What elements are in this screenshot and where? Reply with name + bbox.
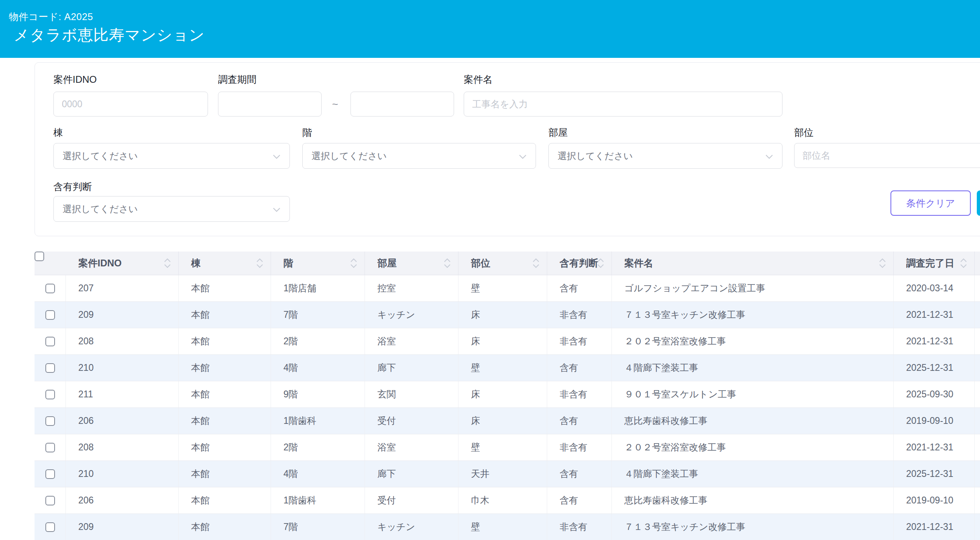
table-cell: 本館 (179, 275, 271, 301)
case-name-input[interactable] (464, 92, 782, 117)
clipped-cell (975, 302, 980, 328)
table-cell: 2階 (271, 434, 365, 460)
column-header-2[interactable]: 棟 (179, 252, 271, 275)
sort-icons[interactable] (597, 258, 604, 268)
building-select[interactable]: 選択してください (53, 143, 290, 169)
column-header-label: 部位 (471, 257, 490, 270)
clipped-cell (975, 328, 980, 354)
table-cell: 2021-12-31 (894, 328, 975, 354)
survey-period-from-input[interactable] (218, 92, 322, 117)
table-cell: 非含有 (547, 328, 612, 354)
app-header: 物件コード: A2025 メタラボ恵比寿マンション (0, 0, 980, 58)
table-cell: 受付 (365, 487, 458, 513)
row-checkbox[interactable] (45, 416, 55, 426)
table-cell: 非含有 (547, 302, 612, 328)
table-cell: 210 (66, 355, 179, 381)
row-checkbox[interactable] (45, 522, 55, 532)
clear-conditions-button[interactable]: 条件クリア (890, 190, 971, 216)
column-header-5[interactable]: 部位 (458, 252, 547, 275)
table-cell: 2019-09-10 (894, 408, 975, 434)
sort-icons[interactable] (164, 258, 171, 268)
row-checkbox[interactable] (45, 469, 55, 479)
table-cell: 本館 (179, 302, 271, 328)
table-row: 206本館1階歯科受付床含有恵比寿歯科改修工事2019-09-10 (35, 408, 980, 434)
column-header-8[interactable]: 調査完了日 (894, 252, 975, 275)
sort-asc-icon (879, 258, 886, 263)
row-checkbox[interactable] (45, 363, 55, 373)
sort-icons[interactable] (256, 258, 263, 268)
row-checkbox[interactable] (45, 443, 55, 452)
row-checkbox-cell (35, 461, 66, 487)
floor-label: 階 (302, 126, 312, 139)
sort-asc-icon (960, 258, 967, 263)
table-row: 210本館4階廊下壁含有４階廊下塗装工事2025-12-31 (35, 355, 980, 381)
clipped-cell (975, 275, 980, 301)
search-button-clipped[interactable] (977, 190, 980, 216)
table-cell: 本館 (179, 355, 271, 381)
table-cell: 本館 (179, 461, 271, 487)
table-cell: 天井 (458, 461, 547, 487)
table-cell: 含有 (547, 355, 612, 381)
clipped-column-header (975, 252, 980, 275)
room-label: 部屋 (548, 126, 568, 139)
sort-icons[interactable] (960, 258, 967, 268)
table-cell: ２０２号室浴室改修工事 (612, 434, 894, 460)
table-cell: 非含有 (547, 514, 612, 540)
sort-asc-icon (532, 258, 540, 263)
column-header-3[interactable]: 階 (271, 252, 365, 275)
table-cell: 206 (66, 408, 179, 434)
row-checkbox[interactable] (45, 390, 55, 399)
column-header-1[interactable]: 案件IDNO (66, 252, 179, 275)
sort-asc-icon (597, 258, 604, 263)
table-cell: 巾木 (458, 487, 547, 513)
row-checkbox[interactable] (45, 496, 55, 505)
column-header-6[interactable]: 含有判断 (547, 252, 612, 275)
sort-icons[interactable] (350, 258, 357, 268)
room-select[interactable]: 選択してください (548, 143, 782, 169)
table-cell: ４階廊下塗装工事 (612, 461, 894, 487)
table-cell: 含有 (547, 461, 612, 487)
survey-period-to-input[interactable] (350, 92, 454, 117)
table-cell: 控室 (365, 275, 458, 301)
column-header-7[interactable]: 案件名 (612, 252, 894, 275)
table-cell: 4階 (271, 355, 365, 381)
case-id-input[interactable] (53, 92, 208, 117)
table-cell: 浴室 (365, 328, 458, 354)
chevron-down-icon (273, 151, 281, 162)
chevron-down-icon (519, 151, 527, 162)
sort-icons[interactable] (532, 258, 540, 268)
table-cell: ゴルフショップエアコン設置工事 (612, 275, 894, 301)
row-checkbox-cell (35, 434, 66, 460)
floor-select[interactable]: 選択してください (302, 143, 536, 169)
building-label: 棟 (53, 126, 63, 139)
containment-select[interactable]: 選択してください (53, 196, 290, 222)
table-cell: 9階 (271, 381, 365, 407)
sort-asc-icon (256, 258, 263, 263)
sort-icons[interactable] (879, 258, 886, 268)
table-cell: 208 (66, 434, 179, 460)
row-checkbox-cell (35, 355, 66, 381)
table-header-row: 案件IDNO棟階部屋部位含有判断案件名調査完了日 (35, 252, 980, 275)
table-cell: 本館 (179, 408, 271, 434)
clipped-cell (975, 381, 980, 407)
sort-icons[interactable] (444, 258, 451, 268)
table-cell: 2025-12-31 (894, 461, 975, 487)
row-checkbox[interactable] (45, 337, 55, 346)
table-cell: 2021-12-31 (894, 434, 975, 460)
column-header-4[interactable]: 部屋 (365, 252, 458, 275)
column-header-label: 部屋 (377, 257, 397, 270)
table-cell: 本館 (179, 381, 271, 407)
part-label: 部位 (794, 126, 813, 139)
table-cell: ７１３号室キッチン改修工事 (612, 302, 894, 328)
row-checkbox[interactable] (45, 284, 55, 293)
table-cell: 廊下 (365, 461, 458, 487)
row-checkbox[interactable] (45, 310, 55, 320)
part-input[interactable] (794, 143, 980, 168)
table-cell: 浴室 (365, 434, 458, 460)
table-cell: 2019-09-10 (894, 487, 975, 513)
table-cell: 210 (66, 461, 179, 487)
row-checkbox-cell (35, 408, 66, 434)
row-checkbox-cell (35, 487, 66, 513)
table-row: 211本館9階玄関床非含有９０１号室スケルトン工事2025-09-30 (35, 381, 980, 408)
table-row: 208本館2階浴室床非含有２０２号室浴室改修工事2021-12-31 (35, 328, 980, 355)
